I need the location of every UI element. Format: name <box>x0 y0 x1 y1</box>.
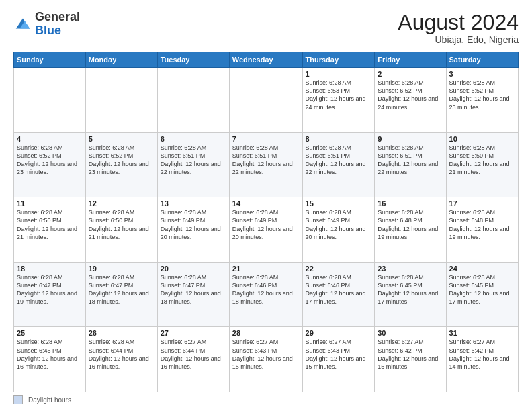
day-info: Sunrise: 6:28 AM Sunset: 6:49 PM Dayligh… <box>232 208 300 241</box>
day-number: 23 <box>378 265 443 273</box>
daylight-box <box>13 395 23 404</box>
header: General Blue August 2024 Ubiaja, Edo, Ni… <box>13 11 519 45</box>
calendar-cell: 12Sunrise: 6:28 AM Sunset: 6:50 PM Dayli… <box>85 197 157 263</box>
day-info: Sunrise: 6:28 AM Sunset: 6:52 PM Dayligh… <box>378 79 443 111</box>
calendar-cell: 21Sunrise: 6:28 AM Sunset: 6:46 PM Dayli… <box>229 262 302 327</box>
day-number: 20 <box>161 265 226 273</box>
title-area: August 2024 Ubiaja, Edo, Nigeria <box>398 11 519 45</box>
calendar-table: SundayMondayTuesdayWednesdayThursdayFrid… <box>13 52 519 392</box>
day-number: 4 <box>17 135 83 143</box>
day-number: 27 <box>161 329 226 337</box>
day-number: 8 <box>306 135 372 143</box>
footer: Daylight hours <box>13 395 519 404</box>
day-number: 9 <box>378 135 443 143</box>
day-number: 3 <box>449 70 515 78</box>
calendar-cell <box>85 68 157 133</box>
day-of-week-header: Tuesday <box>157 52 229 68</box>
day-info: Sunrise: 6:28 AM Sunset: 6:45 PM Dayligh… <box>449 273 515 306</box>
day-info: Sunrise: 6:28 AM Sunset: 6:53 PM Dayligh… <box>306 79 372 111</box>
day-info: Sunrise: 6:27 AM Sunset: 6:42 PM Dayligh… <box>449 338 515 371</box>
logo-blue: Blue <box>35 24 61 37</box>
day-info: Sunrise: 6:28 AM Sunset: 6:44 PM Dayligh… <box>89 338 154 371</box>
calendar-cell <box>229 68 302 133</box>
calendar-cell: 11Sunrise: 6:28 AM Sunset: 6:50 PM Dayli… <box>14 197 86 263</box>
day-number: 24 <box>449 265 515 273</box>
calendar-cell: 10Sunrise: 6:28 AM Sunset: 6:50 PM Dayli… <box>446 132 518 197</box>
day-of-week-header: Friday <box>375 52 446 68</box>
calendar-cell: 28Sunrise: 6:27 AM Sunset: 6:43 PM Dayli… <box>229 327 302 392</box>
month-year: August 2024 <box>398 11 519 34</box>
day-info: Sunrise: 6:27 AM Sunset: 6:43 PM Dayligh… <box>232 338 300 371</box>
day-info: Sunrise: 6:28 AM Sunset: 6:47 PM Dayligh… <box>17 273 83 306</box>
calendar-cell: 16Sunrise: 6:28 AM Sunset: 6:48 PM Dayli… <box>375 197 446 263</box>
calendar-cell: 25Sunrise: 6:28 AM Sunset: 6:45 PM Dayli… <box>14 327 86 392</box>
day-number: 11 <box>17 199 83 208</box>
calendar-cell: 7Sunrise: 6:28 AM Sunset: 6:51 PM Daylig… <box>229 132 302 197</box>
calendar-cell: 5Sunrise: 6:28 AM Sunset: 6:52 PM Daylig… <box>85 132 157 197</box>
calendar-cell: 9Sunrise: 6:28 AM Sunset: 6:51 PM Daylig… <box>375 132 446 197</box>
day-info: Sunrise: 6:28 AM Sunset: 6:46 PM Dayligh… <box>306 273 372 306</box>
day-number: 29 <box>306 329 372 337</box>
day-of-week-header: Sunday <box>14 52 86 68</box>
calendar-cell: 15Sunrise: 6:28 AM Sunset: 6:49 PM Dayli… <box>302 197 375 263</box>
calendar-cell: 3Sunrise: 6:28 AM Sunset: 6:52 PM Daylig… <box>446 68 518 133</box>
day-info: Sunrise: 6:28 AM Sunset: 6:49 PM Dayligh… <box>161 208 226 241</box>
day-number: 13 <box>161 199 226 208</box>
calendar-cell: 23Sunrise: 6:28 AM Sunset: 6:45 PM Dayli… <box>375 262 446 327</box>
day-number: 10 <box>449 135 515 143</box>
calendar-cell: 30Sunrise: 6:27 AM Sunset: 6:42 PM Dayli… <box>375 327 446 392</box>
calendar-cell: 6Sunrise: 6:28 AM Sunset: 6:51 PM Daylig… <box>157 132 229 197</box>
logo-general: General <box>35 10 80 24</box>
day-number: 16 <box>378 199 443 208</box>
day-number: 14 <box>232 199 300 208</box>
day-number: 25 <box>17 329 83 337</box>
location: Ubiaja, Edo, Nigeria <box>398 34 519 45</box>
day-info: Sunrise: 6:28 AM Sunset: 6:51 PM Dayligh… <box>161 144 226 177</box>
calendar-cell: 18Sunrise: 6:28 AM Sunset: 6:47 PM Dayli… <box>14 262 86 327</box>
day-info: Sunrise: 6:28 AM Sunset: 6:46 PM Dayligh… <box>232 273 300 306</box>
calendar-cell: 8Sunrise: 6:28 AM Sunset: 6:51 PM Daylig… <box>302 132 375 197</box>
day-of-week-header: Monday <box>85 52 157 68</box>
day-number: 21 <box>232 265 300 273</box>
day-of-week-header: Wednesday <box>229 52 302 68</box>
day-number: 22 <box>306 265 372 273</box>
day-info: Sunrise: 6:28 AM Sunset: 6:51 PM Dayligh… <box>232 144 300 177</box>
day-info: Sunrise: 6:27 AM Sunset: 6:44 PM Dayligh… <box>161 338 226 371</box>
day-info: Sunrise: 6:28 AM Sunset: 6:51 PM Dayligh… <box>378 144 443 177</box>
day-number: 15 <box>306 199 372 208</box>
day-info: Sunrise: 6:28 AM Sunset: 6:52 PM Dayligh… <box>89 144 154 177</box>
calendar-cell: 4Sunrise: 6:28 AM Sunset: 6:52 PM Daylig… <box>14 132 86 197</box>
calendar-cell: 26Sunrise: 6:28 AM Sunset: 6:44 PM Dayli… <box>85 327 157 392</box>
day-info: Sunrise: 6:28 AM Sunset: 6:50 PM Dayligh… <box>449 144 515 177</box>
day-info: Sunrise: 6:28 AM Sunset: 6:45 PM Dayligh… <box>378 273 443 306</box>
day-info: Sunrise: 6:28 AM Sunset: 6:50 PM Dayligh… <box>17 208 83 241</box>
day-info: Sunrise: 6:28 AM Sunset: 6:48 PM Dayligh… <box>378 208 443 241</box>
page: General Blue August 2024 Ubiaja, Edo, Ni… <box>0 0 532 411</box>
calendar-cell: 14Sunrise: 6:28 AM Sunset: 6:49 PM Dayli… <box>229 197 302 263</box>
day-number: 12 <box>89 199 154 208</box>
day-of-week-header: Thursday <box>302 52 375 68</box>
day-number: 6 <box>161 135 226 143</box>
day-info: Sunrise: 6:27 AM Sunset: 6:42 PM Dayligh… <box>378 338 443 371</box>
day-number: 31 <box>449 329 515 337</box>
daylight-label: Daylight hours <box>28 396 71 404</box>
day-info: Sunrise: 6:28 AM Sunset: 6:48 PM Dayligh… <box>449 208 515 241</box>
day-info: Sunrise: 6:28 AM Sunset: 6:49 PM Dayligh… <box>306 208 372 241</box>
day-info: Sunrise: 6:28 AM Sunset: 6:50 PM Dayligh… <box>89 208 154 241</box>
calendar-cell <box>14 68 86 133</box>
day-of-week-header: Saturday <box>446 52 518 68</box>
day-number: 18 <box>17 265 83 273</box>
calendar-cell: 24Sunrise: 6:28 AM Sunset: 6:45 PM Dayli… <box>446 262 518 327</box>
calendar-cell: 13Sunrise: 6:28 AM Sunset: 6:49 PM Dayli… <box>157 197 229 263</box>
day-number: 26 <box>89 329 154 337</box>
day-number: 28 <box>232 329 300 337</box>
day-number: 17 <box>449 199 515 208</box>
calendar-cell: 17Sunrise: 6:28 AM Sunset: 6:48 PM Dayli… <box>446 197 518 263</box>
day-number: 1 <box>306 70 372 78</box>
logo-icon <box>13 15 32 34</box>
day-info: Sunrise: 6:27 AM Sunset: 6:43 PM Dayligh… <box>306 338 372 371</box>
day-info: Sunrise: 6:28 AM Sunset: 6:47 PM Dayligh… <box>89 273 154 306</box>
calendar-cell: 29Sunrise: 6:27 AM Sunset: 6:43 PM Dayli… <box>302 327 375 392</box>
day-number: 7 <box>232 135 300 143</box>
calendar-cell: 22Sunrise: 6:28 AM Sunset: 6:46 PM Dayli… <box>302 262 375 327</box>
